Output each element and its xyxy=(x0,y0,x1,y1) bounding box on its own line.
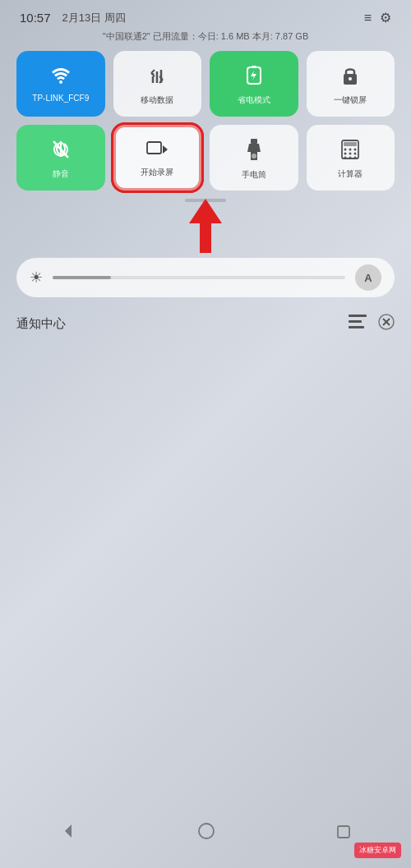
tile-wifi-label: TP-LINK_FCF9 xyxy=(32,94,89,103)
notification-header: 通知中心 xyxy=(13,304,398,341)
svg-rect-2 xyxy=(252,66,256,68)
arrow-head xyxy=(189,199,222,223)
svg-point-10 xyxy=(252,154,256,158)
quick-settings-grid: TP-LINK_FCF9 移动数据 xyxy=(13,51,398,191)
svg-point-20 xyxy=(349,157,352,159)
tile-flashlight-label: 手电筒 xyxy=(242,170,266,180)
brightness-track[interactable] xyxy=(53,276,345,279)
brightness-icon: ☀ xyxy=(30,269,43,287)
settings-icon[interactable]: ⚙ xyxy=(380,10,391,25)
tile-power-save-label: 省电模式 xyxy=(238,95,270,105)
back-button[interactable] xyxy=(60,823,76,844)
svg-rect-30 xyxy=(338,826,349,838)
svg-rect-23 xyxy=(349,320,362,323)
menu-icon: ≡ xyxy=(364,11,372,25)
svg-point-17 xyxy=(349,153,352,155)
auto-brightness-button[interactable]: A xyxy=(355,264,381,291)
svg-rect-9 xyxy=(251,139,257,144)
calculator-icon xyxy=(341,140,359,164)
watermark: 冰糖安卓网 xyxy=(354,843,401,858)
lock-screen-icon xyxy=(342,66,358,90)
tile-flashlight[interactable]: 手电筒 xyxy=(210,125,298,191)
svg-point-4 xyxy=(349,77,352,80)
svg-point-14 xyxy=(349,149,352,151)
silent-icon xyxy=(52,140,70,164)
screen-record-icon xyxy=(146,141,168,163)
svg-marker-8 xyxy=(163,145,168,154)
svg-point-21 xyxy=(354,157,357,159)
notification-panel: 10:57 2月13日 周四 ≡ ⚙ "中国联通2" 已用流量：今日: 1.6 … xyxy=(0,0,411,341)
tile-silent[interactable]: 静音 xyxy=(16,125,105,191)
svg-rect-24 xyxy=(349,326,364,328)
mobile-data-icon xyxy=(149,67,165,90)
notification-actions xyxy=(349,314,395,334)
tile-screen-record[interactable]: 开始录屏 xyxy=(113,125,202,191)
notification-title: 通知中心 xyxy=(16,316,66,332)
tile-screen-record-label: 开始录屏 xyxy=(141,168,173,177)
svg-point-15 xyxy=(354,149,357,151)
red-arrow xyxy=(189,200,222,253)
svg-point-16 xyxy=(344,153,347,155)
tile-lock-screen[interactable]: 一键锁屏 xyxy=(307,51,395,117)
recent-button[interactable] xyxy=(336,823,351,844)
tile-mobile-data-label: 移动数据 xyxy=(141,95,173,105)
arrow-shaft xyxy=(200,223,211,253)
tile-calculator-label: 计算器 xyxy=(338,169,363,179)
nav-bar xyxy=(0,806,411,868)
status-time: 10:57 xyxy=(20,11,51,25)
svg-point-19 xyxy=(344,157,347,159)
tile-calculator[interactable]: 计算器 xyxy=(307,125,395,191)
tile-mobile-data[interactable]: 移动数据 xyxy=(113,51,202,117)
svg-point-0 xyxy=(59,80,62,84)
status-date: 2月13日 周四 xyxy=(62,11,126,25)
brightness-slider-row: ☀ A xyxy=(16,258,395,297)
svg-rect-12 xyxy=(344,142,357,146)
notification-list-icon[interactable] xyxy=(349,315,367,333)
tile-silent-label: 静音 xyxy=(53,169,69,179)
data-usage-text: "中国联通2" 已用流量：今日: 1.6 MB 本月: 7.87 GB xyxy=(13,29,398,51)
brightness-fill xyxy=(53,276,111,279)
flashlight-icon xyxy=(247,139,261,165)
svg-point-18 xyxy=(354,153,357,155)
notification-clear-icon[interactable] xyxy=(378,314,395,334)
status-bar: 10:57 2月13日 周四 ≡ ⚙ xyxy=(13,0,398,29)
red-arrow-container xyxy=(13,202,398,251)
svg-rect-22 xyxy=(349,315,367,317)
home-button[interactable] xyxy=(197,822,215,845)
status-icons: ≡ ⚙ xyxy=(364,10,391,25)
svg-point-13 xyxy=(344,149,347,151)
wifi-icon xyxy=(51,67,71,89)
tile-power-save[interactable]: 省电模式 xyxy=(210,51,298,117)
tile-lock-screen-label: 一键锁屏 xyxy=(334,95,367,105)
svg-rect-7 xyxy=(147,142,161,154)
svg-marker-28 xyxy=(65,824,72,838)
tile-wifi[interactable]: TP-LINK_FCF9 xyxy=(16,51,105,117)
power-save-icon xyxy=(245,66,263,90)
svg-point-29 xyxy=(199,824,214,838)
